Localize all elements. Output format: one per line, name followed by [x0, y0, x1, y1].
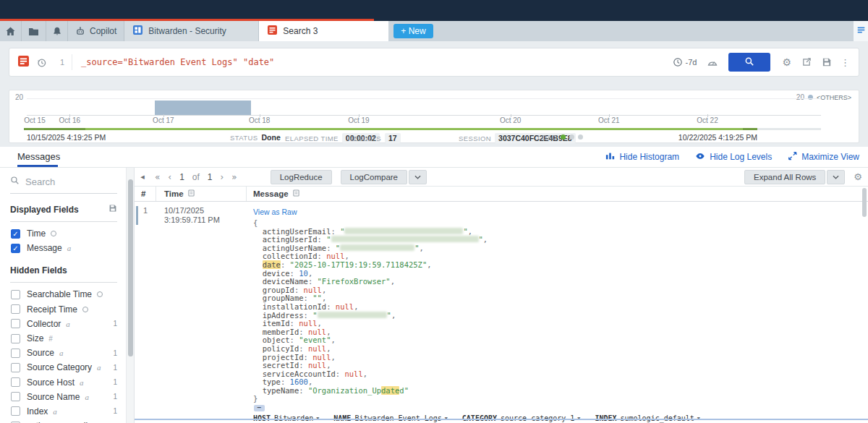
- field-label: Source Category: [27, 362, 92, 372]
- tab-bitwarden-security[interactable]: Bitwarden - Security: [124, 21, 259, 41]
- results-count: 17: [385, 133, 401, 143]
- field-checkbox[interactable]: [11, 290, 20, 299]
- column-header-time[interactable]: Time: [156, 187, 247, 201]
- field-checkbox[interactable]: [11, 349, 20, 358]
- fields-search-input[interactable]: [25, 176, 105, 187]
- prev-page-button[interactable]: ‹: [168, 172, 171, 182]
- save-fields-icon[interactable]: [109, 204, 117, 215]
- logcompare-button[interactable]: LogCompare: [341, 170, 407, 184]
- current-page[interactable]: 1: [179, 172, 184, 182]
- collapse-sidebar-icon[interactable]: ◂: [137, 172, 148, 181]
- share-icon[interactable]: [801, 57, 812, 67]
- clock-icon: [97, 291, 103, 297]
- json-segment: :: [290, 336, 299, 344]
- json-line: actingUserEmail: "",: [253, 228, 868, 236]
- search-button[interactable]: [728, 53, 770, 72]
- scrollbar-thumb[interactable]: [128, 179, 133, 356]
- time-range-value[interactable]: -7d: [686, 58, 697, 67]
- messages-scrollbar-thumb[interactable]: [862, 188, 867, 217]
- json-segment: projectId: [263, 353, 304, 362]
- slider-selected-range[interactable]: [24, 128, 757, 130]
- json-segment: secretId: [263, 361, 299, 369]
- hidden-fields-header: Hidden Fields: [10, 265, 67, 275]
- field-item-searchable-time[interactable]: Searchable Time: [0, 287, 126, 302]
- histogram-plot[interactable]: [27, 98, 821, 115]
- tab-messages[interactable]: Messages: [17, 151, 60, 162]
- log-row[interactable]: 1 10/17/2025 3:19:59.711 PM View as Raw …: [135, 202, 868, 423]
- expand-all-rows-button[interactable]: Expand All Rows: [744, 170, 825, 184]
- usage-gauge-icon[interactable]: [707, 57, 718, 67]
- table-settings-gear-icon[interactable]: ⚙: [854, 171, 862, 182]
- json-segment: deviceName: [263, 277, 308, 286]
- json-segment: typeName: [263, 386, 299, 395]
- json-segment: }: [253, 394, 258, 403]
- more-options-kebab-icon[interactable]: ⋮: [841, 57, 850, 68]
- maximize-view-button[interactable]: Maximize View: [788, 151, 859, 163]
- field-item-message[interactable]: ✓Messagea: [0, 241, 126, 255]
- home-button[interactable]: [0, 21, 22, 41]
- field-checkbox[interactable]: [11, 363, 20, 372]
- column-options-icon[interactable]: [293, 189, 299, 198]
- field-checkbox[interactable]: [11, 304, 20, 314]
- last-page-button[interactable]: »: [231, 172, 237, 182]
- fields-search[interactable]: [10, 175, 117, 194]
- first-page-button[interactable]: «: [155, 172, 160, 182]
- query-input[interactable]: _source="Bitwarden Event Logs" "date": [81, 57, 274, 67]
- slider-left-handle[interactable]: [24, 128, 85, 130]
- field-item-collector[interactable]: Collectora1: [0, 317, 126, 331]
- notifications-button[interactable]: [46, 21, 68, 41]
- logreduce-button[interactable]: LogReduce: [271, 170, 332, 184]
- field-item-actinguseremail[interactable]: actinguseremaila1: [0, 419, 126, 423]
- tab-search-3[interactable]: Search 3: [259, 21, 388, 41]
- field-item-source-category[interactable]: Source Categorya1: [0, 360, 126, 375]
- expand-rows-dropdown-button[interactable]: [827, 170, 845, 184]
- field-checkbox[interactable]: [11, 319, 20, 328]
- field-checkbox[interactable]: [11, 377, 20, 387]
- hide-log-levels-button[interactable]: Hide Log Levels: [695, 151, 772, 163]
- x-tick-label: Oct 17: [153, 116, 174, 124]
- hidden-fields-list: Searchable TimeReceipt TimeCollectora1Si…: [0, 287, 126, 423]
- history-icon[interactable]: [36, 57, 47, 68]
- displayed-fields-list: ✓Time✓Messagea: [0, 226, 126, 255]
- collapse-json-button[interactable]: −: [254, 405, 265, 411]
- logcompare-dropdown-button[interactable]: [409, 170, 427, 184]
- field-item-source-name[interactable]: Source Namea1: [0, 390, 126, 404]
- tab-list-button[interactable]: [854, 21, 868, 41]
- field-item-size[interactable]: Size#: [0, 331, 126, 346]
- view-as-raw-link[interactable]: View as Raw: [253, 208, 297, 216]
- json-line: itemId: null,: [253, 320, 868, 328]
- copilot-button[interactable]: Copilot: [68, 21, 124, 41]
- hide-histogram-button[interactable]: Hide Histogram: [605, 151, 679, 163]
- field-item-time[interactable]: ✓Time: [0, 226, 126, 241]
- json-segment: memberId: [263, 328, 299, 336]
- field-label: Searchable Time: [27, 289, 92, 299]
- field-item-receipt-time[interactable]: Receipt Time: [0, 302, 126, 317]
- field-item-source-host[interactable]: Source Hosta1: [0, 375, 126, 390]
- time-range-clock-icon[interactable]: [673, 57, 683, 67]
- new-tab-button[interactable]: + New: [393, 24, 433, 38]
- field-checkbox[interactable]: [11, 334, 20, 343]
- library-button[interactable]: [22, 21, 46, 41]
- json-segment: :: [290, 269, 299, 278]
- json-segment: [253, 235, 263, 244]
- field-item-source[interactable]: Sourcea1: [0, 346, 126, 360]
- field-checkbox[interactable]: ✓: [11, 244, 20, 253]
- field-checkbox[interactable]: ✓: [11, 229, 20, 239]
- json-segment: ipAddress: [263, 311, 304, 320]
- histogram-bar[interactable]: [155, 101, 251, 115]
- column-options-icon[interactable]: [188, 189, 195, 198]
- sidebar-scrollbar[interactable]: [126, 168, 134, 423]
- column-header-num[interactable]: #: [135, 187, 156, 201]
- y-axis-max-label: 20: [15, 93, 23, 101]
- field-item-index[interactable]: Indexa1: [0, 404, 126, 419]
- column-header-message[interactable]: Message: [247, 189, 868, 198]
- json-line: deviceName: "FirefoxBrowser",: [253, 278, 868, 286]
- settings-gear-icon[interactable]: ⚙: [782, 56, 791, 68]
- field-checkbox[interactable]: [11, 392, 20, 401]
- save-icon[interactable]: [822, 57, 832, 67]
- slider-right-handle[interactable]: [743, 128, 757, 130]
- field-checkbox[interactable]: [11, 406, 20, 416]
- json-segment: :: [326, 244, 336, 252]
- json-line: {: [253, 219, 868, 228]
- next-page-button[interactable]: ›: [221, 172, 224, 182]
